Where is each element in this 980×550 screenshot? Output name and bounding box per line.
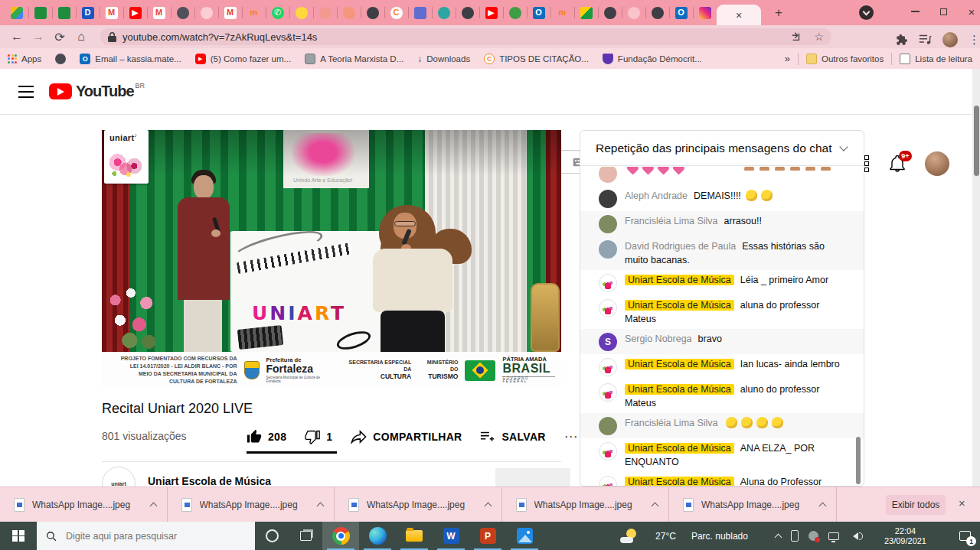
notifications-bell-icon[interactable]: 9+ bbox=[888, 155, 906, 173]
start-button[interactable] bbox=[0, 522, 37, 550]
bookmark-item[interactable]: Fundação Démocrit... bbox=[603, 54, 702, 64]
audio-muted-icon[interactable] bbox=[808, 531, 818, 541]
weather-condition[interactable]: Parc. nublado bbox=[691, 531, 748, 542]
bookmarks-overflow-icon[interactable]: » bbox=[785, 53, 790, 64]
tab-green-app[interactable] bbox=[503, 0, 527, 25]
tab-youtube[interactable]: ▶ bbox=[123, 0, 147, 25]
tab-faded-site[interactable] bbox=[194, 0, 218, 25]
chevron-up-icon[interactable] bbox=[149, 502, 157, 509]
tab-dark-globe[interactable] bbox=[645, 0, 669, 25]
bookmark-star-icon[interactable]: ☆ bbox=[814, 31, 824, 43]
tab-faded-ring[interactable] bbox=[622, 0, 645, 25]
bookmark-item[interactable]: ↓Downloads bbox=[417, 54, 470, 64]
bookmark-item[interactable]: A Teoria Marxista D... bbox=[305, 54, 403, 64]
tab-blue-app[interactable] bbox=[408, 0, 432, 25]
bookmark-item[interactable] bbox=[55, 54, 66, 64]
tab-moodle[interactable]: m bbox=[550, 0, 574, 25]
tab-dark-globe[interactable] bbox=[598, 0, 622, 25]
youtube-profile-avatar[interactable] bbox=[925, 151, 949, 176]
taskbar-powerpoint[interactable]: P bbox=[469, 522, 506, 550]
tab-lamp[interactable] bbox=[337, 0, 361, 25]
chevron-up-icon[interactable] bbox=[317, 502, 325, 509]
tab-google-sheets[interactable] bbox=[52, 0, 76, 25]
cortana-button[interactable] bbox=[255, 522, 289, 550]
download-chip[interactable]: WhatsApp Image....jpeg bbox=[669, 487, 837, 522]
home-button[interactable]: ⌂ bbox=[70, 27, 92, 47]
tab-google-sheets[interactable] bbox=[28, 0, 52, 25]
taskbar-edge[interactable] bbox=[359, 522, 396, 550]
chat-header[interactable]: Repetição das principais mensagens do ch… bbox=[580, 131, 864, 166]
tab-instagram[interactable] bbox=[693, 0, 717, 25]
taskbar-explorer[interactable] bbox=[396, 522, 433, 550]
chevron-up-icon[interactable] bbox=[652, 502, 659, 509]
tab-faded-ring[interactable] bbox=[313, 0, 337, 25]
save-button[interactable]: SALVAR bbox=[480, 431, 545, 443]
bookmark-item[interactable]: ▶(5) Como fazer um... bbox=[195, 54, 291, 64]
taskbar-clock[interactable]: 22:04 23/09/2021 bbox=[884, 526, 926, 546]
chat-message-list[interactable]: Aleph AndradeDEMAIS!!!! Francisléia Lima… bbox=[580, 167, 864, 486]
taskbar-search-input[interactable] bbox=[64, 530, 246, 542]
phone-link-icon[interactable] bbox=[791, 530, 799, 542]
chevron-up-icon[interactable] bbox=[818, 502, 826, 509]
reload-button[interactable]: ⟳ bbox=[49, 27, 70, 47]
chat-message[interactable]: Francisléia Lima Silvaarrasou!! bbox=[580, 211, 864, 236]
tab-dark-globe[interactable] bbox=[361, 0, 384, 25]
youtube-logo[interactable]: YouTube BR bbox=[49, 83, 145, 99]
tab-search-button[interactable] bbox=[859, 5, 874, 20]
tab-gmail[interactable]: M bbox=[218, 0, 242, 25]
weather-temp[interactable]: 27°C bbox=[655, 531, 676, 542]
chat-message[interactable]: SSergio Nobregabravo bbox=[580, 329, 864, 354]
chat-message[interactable]: Francisléia Lima Silva bbox=[580, 413, 864, 438]
window-maximize-button[interactable] bbox=[930, 0, 956, 23]
scrollbar-thumb[interactable] bbox=[974, 106, 979, 176]
chat-message[interactable]: David Rodrigues de PaulaEssas histórias … bbox=[580, 236, 864, 270]
more-actions-button[interactable]: ⋯ bbox=[564, 428, 580, 445]
tab-outlook[interactable]: O bbox=[669, 0, 693, 25]
tab-teal-app[interactable] bbox=[432, 0, 456, 25]
chat-message[interactable]: Uniart Escola de Músicaaluno do professo… bbox=[580, 379, 864, 413]
chevron-up-icon[interactable] bbox=[484, 502, 492, 509]
bookmark-reading-list[interactable]: Lista de leitura bbox=[900, 54, 972, 64]
channel-name[interactable]: Uniart Escola de Música bbox=[148, 475, 271, 487]
taskbar-search-box[interactable] bbox=[37, 522, 255, 550]
tab-outlook[interactable]: O bbox=[527, 0, 550, 25]
share-icon[interactable] bbox=[791, 31, 802, 42]
like-button[interactable]: 208 bbox=[247, 429, 286, 444]
address-bar[interactable]: youtube.com/watch?v=7zAkRuqLevs&t=14s ☆ bbox=[100, 28, 831, 45]
page-scrollbar[interactable] bbox=[972, 69, 980, 487]
taskbar-word[interactable]: W bbox=[433, 522, 469, 550]
browser-menu-icon[interactable]: ⋮ bbox=[969, 33, 980, 47]
chat-scrollbar-thumb[interactable] bbox=[856, 437, 861, 484]
show-all-downloads-button[interactable]: Exibir todos bbox=[886, 495, 946, 515]
chat-message[interactable]: Aleph AndradeDEMAIS!!!! bbox=[580, 186, 864, 211]
chat-message[interactable]: Uniart Escola de MúsicaAluna do Professo… bbox=[580, 472, 864, 486]
share-button[interactable]: COMPARTILHAR bbox=[351, 430, 462, 444]
tab-orange-c[interactable]: C bbox=[384, 0, 408, 25]
tab-sticker[interactable] bbox=[289, 0, 313, 25]
browser-profile-avatar[interactable] bbox=[942, 32, 958, 47]
extensions-puzzle-icon[interactable] bbox=[896, 34, 908, 46]
hamburger-menu-icon[interactable] bbox=[18, 86, 34, 98]
bookmark-apps[interactable]: Apps bbox=[8, 54, 41, 63]
tab-google-drive[interactable] bbox=[5, 0, 28, 25]
tab-moodle[interactable]: m bbox=[242, 0, 266, 25]
volume-icon[interactable] bbox=[849, 532, 863, 540]
download-chip[interactable]: WhatsApp Image....jpeg bbox=[168, 487, 335, 522]
tray-chevron-icon[interactable] bbox=[774, 533, 782, 541]
download-chip[interactable]: WhatsApp Image....jpeg bbox=[502, 487, 670, 522]
tab-dark-globe[interactable] bbox=[456, 0, 479, 25]
chat-message[interactable]: Uniart Escola de MúsicaIan lucas- ainda … bbox=[580, 354, 864, 379]
download-chip[interactable]: WhatsApp Image....jpeg bbox=[335, 487, 502, 522]
video-player[interactable]: UNIART Unindo Arte e Educação! uniart♪ bbox=[102, 130, 561, 389]
action-center-button[interactable]: 1 bbox=[949, 522, 980, 550]
chat-message[interactable]: Uniart Escola de Músicaaluna do professo… bbox=[580, 295, 864, 329]
downloads-close-icon[interactable]: × bbox=[959, 496, 965, 509]
task-view-button[interactable] bbox=[289, 522, 322, 550]
tab-gmail[interactable]: M bbox=[100, 0, 123, 25]
subscribed-button[interactable] bbox=[495, 468, 570, 487]
download-chip[interactable]: WhatsApp Image....jpeg bbox=[0, 487, 168, 522]
network-icon[interactable] bbox=[828, 532, 839, 540]
bookmark-item[interactable]: OEmail – kassia.mate... bbox=[80, 54, 181, 64]
tab-youtube[interactable]: ▶ bbox=[479, 0, 503, 25]
weather-icon[interactable] bbox=[620, 529, 639, 544]
